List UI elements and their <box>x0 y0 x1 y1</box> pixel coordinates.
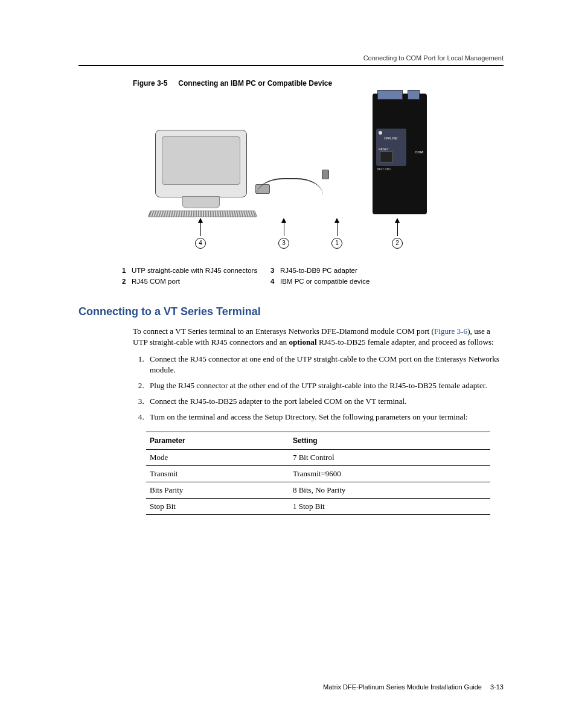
table-header-row: Parameter Setting <box>146 432 490 449</box>
offline-reset-label: OFFLINE/ RESET <box>379 136 398 151</box>
figure-title: Connecting an IBM PC or Compatible Devic… <box>178 79 332 88</box>
page-footer: Matrix DFE-Platinum Series Module Instal… <box>323 683 504 691</box>
module-tab <box>377 90 403 100</box>
callout-2: 2 <box>392 218 403 249</box>
step-item: Connect the RJ45-to-DB25 adapter to the … <box>146 396 504 407</box>
callout-stem <box>200 223 201 236</box>
rj45-plug <box>322 170 329 179</box>
mgt-cpu-label: MGT CPU <box>377 167 391 171</box>
legend-text: IBM PC or compatible device <box>280 276 460 287</box>
callout-4: 4 <box>195 218 206 249</box>
legend-num: 4 <box>270 276 280 287</box>
intro-text: To connect a VT Series terminal to an En… <box>133 327 434 336</box>
legend-num: 3 <box>270 265 280 276</box>
figure-diagram: OFFLINE/ RESET COM MGT CPU 4 3 1 2 <box>149 94 433 243</box>
param-cell: Transmit <box>146 465 289 482</box>
param-cell: Stop Bit <box>146 498 289 514</box>
col-header-setting: Setting <box>289 432 490 449</box>
intro-bold: optional <box>289 337 316 346</box>
callout-number: 4 <box>195 238 206 249</box>
footer-page-number: 3-13 <box>490 683 504 691</box>
table-row: Transmit Transmit=9600 <box>146 465 490 482</box>
callout-number: 3 <box>278 238 289 249</box>
dfe-module: OFFLINE/ RESET COM MGT CPU <box>373 94 427 214</box>
running-header: Connecting to COM Port for Local Managem… <box>78 54 504 62</box>
figure-crossref-link[interactable]: Figure 3-6 <box>434 327 467 336</box>
callout-stem <box>337 223 338 236</box>
setting-cell: 1 Stop Bit <box>289 498 490 514</box>
callout-1: 1 <box>331 218 342 249</box>
callout-3: 3 <box>278 218 289 249</box>
legend-row: 1 UTP straight-cable with RJ45 connector… <box>122 265 460 276</box>
figure-legend: 1 UTP straight-cable with RJ45 connector… <box>122 265 460 287</box>
setting-cell: Transmit=9600 <box>289 465 490 482</box>
legend-num: 1 <box>122 265 132 276</box>
callout-stem <box>397 223 398 236</box>
section-heading: Connecting to a VT Series Terminal <box>78 305 504 318</box>
pc-stand <box>182 196 220 208</box>
arrow-icon <box>334 218 339 223</box>
table-row: Mode 7 Bit Control <box>146 449 490 465</box>
intro-text: RJ45-to-DB25 female adapter, and proceed… <box>317 337 494 346</box>
intro-paragraph: To connect a VT Series terminal to an En… <box>133 326 504 348</box>
pc-monitor <box>155 130 247 197</box>
arrow-icon <box>198 218 203 223</box>
arrow-icon <box>395 218 400 223</box>
module-panel: OFFLINE/ RESET <box>376 129 406 166</box>
arrow-icon <box>281 218 286 223</box>
pc-screen <box>162 136 240 185</box>
com-port-icon <box>380 152 393 162</box>
setting-cell: 8 Bits, No Parity <box>289 482 490 498</box>
col-header-parameter: Parameter <box>146 432 289 449</box>
parameter-table: Parameter Setting Mode 7 Bit Control Tra… <box>146 432 490 515</box>
step-item: Connect the RJ45 connector at one end of… <box>146 354 504 375</box>
module-tab <box>408 90 420 100</box>
legend-row: 2 RJ45 COM port 4 IBM PC or compatible d… <box>122 276 460 287</box>
led-icon <box>379 131 382 135</box>
figure-caption: Figure 3-5Connecting an IBM PC or Compat… <box>133 79 504 88</box>
footer-book-title: Matrix DFE-Platinum Series Module Instal… <box>323 683 482 691</box>
utp-cable <box>257 178 323 195</box>
table-row: Bits Parity 8 Bits, No Parity <box>146 482 490 498</box>
steps-list: Connect the RJ45 connector at one end of… <box>133 354 504 423</box>
legend-text: RJ45-to-DB9 PC adapter <box>280 265 460 276</box>
step-item: Turn on the terminal and access the Setu… <box>146 412 504 423</box>
param-cell: Bits Parity <box>146 482 289 498</box>
legend-num: 2 <box>122 276 132 287</box>
legend-text: UTP straight-cable with RJ45 connectors <box>132 265 270 276</box>
callout-stem <box>284 223 284 236</box>
step-item: Plug the RJ45 connector at the other end… <box>146 380 504 391</box>
callout-number: 2 <box>392 238 403 249</box>
legend-text: RJ45 COM port <box>132 276 270 287</box>
param-cell: Mode <box>146 449 289 465</box>
setting-cell: 7 Bit Control <box>289 449 490 465</box>
callout-number: 1 <box>331 238 342 249</box>
figure-label: Figure 3-5 <box>133 79 167 88</box>
header-rule <box>78 65 504 66</box>
com-label: COM <box>415 150 423 154</box>
table-row: Stop Bit 1 Stop Bit <box>146 498 490 514</box>
pc-keyboard <box>148 211 257 217</box>
